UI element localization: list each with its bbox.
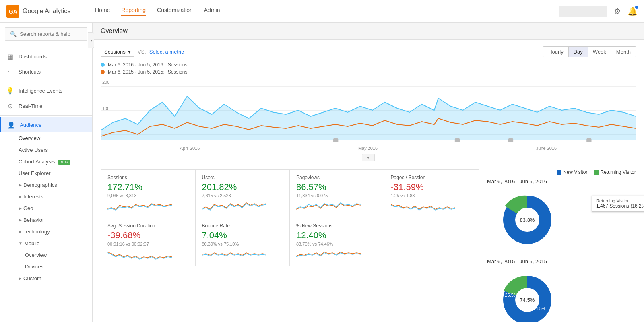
sidebar-sub-cohort[interactable]: Cohort Analysis BETA (0, 156, 92, 167)
sidebar-sub-user-explorer[interactable]: User Explorer (0, 167, 92, 179)
metric-sessions-sparkline (107, 200, 172, 212)
slider-handle-1[interactable] (333, 138, 338, 142)
pie-legend-returning: Returning Visitor (594, 169, 636, 175)
metric-pageviews-title: Pageviews (296, 175, 378, 180)
pie-charts-section: New Visitor Returning Visitor Mar 6, 201… (479, 169, 636, 322)
user-avatar[interactable] (559, 6, 607, 17)
realtime-icon: ⊙ (6, 102, 14, 109)
time-btn-hourly[interactable]: Hourly (543, 47, 569, 57)
date-range-2: Mar 6, 2015 - Jun 5, 2015: (108, 69, 165, 75)
sidebar-sub-mobile[interactable]: ▼ Mobile (0, 237, 92, 249)
mobile-arrow: ▼ (19, 241, 23, 246)
metric-avg-session: Avg. Session Duration -39.68% 00:01:16 v… (101, 218, 196, 266)
metric-sessions-compare: 9,035 vs 3,313 (107, 193, 189, 198)
chart-controls: Sessions ▾ VS. Select a metric Hourly Da… (101, 46, 636, 57)
time-btn-week[interactable]: Week (588, 47, 611, 57)
metric-new-sessions: % New Sessions 12.40% 83.70% vs 74.46% (290, 218, 384, 266)
date-legend-row-1: Mar 6, 2016 - Jun 5, 2016: Sessions (101, 62, 636, 68)
sidebar-sub-interests[interactable]: ▶ Interests (0, 191, 92, 202)
sidebar-sub-overview[interactable]: Overview (0, 132, 92, 144)
search-icon: 🔍 (10, 31, 17, 37)
search-box[interactable]: 🔍 (5, 27, 87, 41)
metric-users-value: 201.82% (202, 182, 283, 192)
sidebar-sub-geo[interactable]: ▶ Geo (0, 202, 92, 214)
metric-empty (384, 218, 479, 266)
behavior-label: Behavior (23, 217, 44, 223)
sidebar-sub-mobile-overview[interactable]: Overview (0, 249, 92, 261)
metric-pageviews-value: 86.57% (296, 182, 378, 192)
svg-text:83.8%: 83.8% (520, 217, 535, 223)
technology-label: Technology (23, 229, 50, 235)
shortcuts-icon: ← (6, 68, 14, 75)
new-visitor-legend-color (557, 170, 561, 175)
svg-text:74.5%: 74.5% (533, 306, 545, 311)
nav-customization[interactable]: Customization (157, 7, 193, 16)
sidebar-sub-active-users[interactable]: Active Users (0, 144, 92, 156)
notifications-button[interactable]: 🔔 (627, 6, 638, 16)
sidebar-item-realtime[interactable]: ⊙ Real-Time (0, 98, 92, 114)
date-range-1: Mar 6, 2016 - Jun 5, 2016: (108, 62, 165, 68)
metric-selector-label: Sessions (104, 49, 126, 55)
slider-handle-3[interactable] (508, 138, 513, 142)
time-btn-day[interactable]: Day (569, 47, 588, 57)
custom-arrow: ▶ (19, 276, 22, 281)
pie-chart-1-wrapper: 83.8% Returning Visitor 1,467 Sessions (… (487, 188, 636, 252)
x-label-june: June 2016 (536, 146, 557, 151)
metric-pageviews-compare: 11,334 vs 6,075 (296, 193, 378, 198)
nav-home[interactable]: Home (95, 7, 110, 16)
sidebar-item-intelligence[interactable]: 💡 Intelligence Events (0, 83, 92, 98)
sidebar-label-shortcuts: Shortcuts (19, 69, 41, 75)
select-metric-btn[interactable]: Select a metric (149, 49, 184, 55)
intelligence-icon: 💡 (6, 87, 14, 94)
metric-sessions-title: Sessions (107, 175, 189, 180)
sidebar-item-dashboards[interactable]: ▦ Dashboards (0, 49, 92, 64)
sessions-dot-2 (101, 70, 105, 74)
technology-arrow: ▶ (19, 229, 22, 234)
page-title: Overview (93, 23, 644, 40)
tooltip-1-title: Returning Visitor (596, 198, 644, 203)
time-btn-month[interactable]: Month (611, 47, 636, 57)
interests-label: Interests (23, 194, 43, 200)
pie-chart-1-date: Mar 6, 2016 - Jun 5, 2016 (487, 178, 636, 184)
sidebar-label-dashboards: Dashboards (19, 54, 47, 60)
metric-pages-session-title: Pages / Session (391, 175, 473, 180)
metric-avg-session-value: -39.68% (107, 230, 189, 241)
chart-expand-section: ▾ (101, 154, 636, 161)
search-input[interactable] (20, 31, 82, 37)
pie-chart-1-svg: 83.8% (487, 188, 568, 252)
metrics-row-1: Sessions 172.71% 9,035 vs 3,313 Users 20… (101, 169, 479, 218)
metrics-pie-section: Sessions 172.71% 9,035 vs 3,313 Users 20… (93, 169, 644, 322)
geo-arrow: ▶ (19, 206, 22, 211)
demographics-arrow: ▶ (19, 183, 22, 187)
sidebar-sub-mobile-devices[interactable]: Devices (0, 261, 92, 272)
nav-admin[interactable]: Admin (204, 7, 220, 16)
sidebar-item-shortcuts[interactable]: ← Shortcuts (0, 64, 92, 79)
sidebar-sub-custom[interactable]: ▶ Custom (0, 272, 92, 284)
chart-y-mid: 100 (102, 106, 109, 111)
svg-text:25.5%: 25.5% (505, 293, 517, 297)
sidebar-sub-technology[interactable]: ▶ Technology (0, 226, 92, 237)
sidebar-item-audience[interactable]: 👤 Audience (0, 117, 92, 132)
sidebar-divider-1 (0, 81, 92, 81)
tooltip-1-value: 1,467 Sessions (16.2%) (596, 203, 644, 209)
sidebar-label-audience: Audience (20, 122, 41, 128)
sidebar-collapse-btn[interactable]: ◂ (88, 32, 93, 48)
vs-text: VS. (138, 49, 146, 55)
x-label-april: April 2016 (180, 146, 200, 151)
sidebar-sub-demographics[interactable]: ▶ Demographics (0, 179, 92, 191)
metric-avg-session-compare: 00:01:16 vs 00:02:07 (107, 242, 189, 246)
expand-chart-btn[interactable]: ▾ (362, 154, 375, 161)
metric-selector[interactable]: Sessions ▾ (101, 47, 134, 57)
metric-pages-session-compare: 1.25 vs 1.83 (391, 193, 473, 198)
slider-handle-2[interactable] (455, 138, 460, 142)
settings-button[interactable]: ⚙ (614, 6, 621, 16)
slider-handle-4[interactable] (586, 138, 591, 142)
nav-reporting[interactable]: Reporting (121, 7, 146, 16)
new-visitor-legend-label: New Visitor (563, 169, 587, 175)
cohort-label: Cohort Analysis (19, 159, 55, 165)
pie-chart-2-svg: 74.5% 25.5% 74.5% (487, 268, 568, 322)
custom-label: Custom (23, 275, 41, 281)
svg-text:GA: GA (9, 8, 17, 15)
pie-chart-2-section: Mar 6, 2015 - Jun 5, 2015 74.5% 25.5% 74… (487, 258, 636, 322)
sidebar-sub-behavior[interactable]: ▶ Behavior (0, 214, 92, 226)
